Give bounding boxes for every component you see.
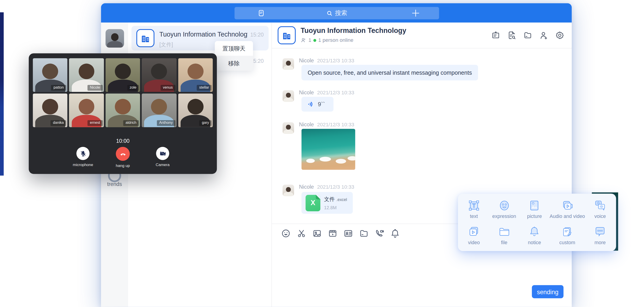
popup-item-more[interactable]: more [585, 222, 615, 249]
add-icon[interactable] [411, 9, 420, 18]
popup-item-video[interactable]: video [459, 222, 489, 249]
camera-off-icon [159, 150, 166, 157]
notification-bell-icon[interactable] [390, 228, 400, 238]
search-placeholder: 搜索 [335, 9, 348, 17]
message-time: 2021/12/3 10:33 [317, 90, 354, 95]
chat-panel: Tuoyun Information Technology 1 1 person… [272, 23, 572, 307]
text-message-bubble[interactable]: Open source, free, and universal instant… [302, 65, 478, 80]
voice-duration: 9`` [318, 101, 325, 108]
popup-item-text[interactable]: text [459, 196, 489, 222]
picture-icon [528, 199, 541, 212]
voice-message-bubble[interactable]: 9`` [302, 97, 334, 112]
search-icon [326, 10, 332, 16]
conversation-last-message: [文件] [160, 41, 173, 48]
video-call-icon[interactable] [374, 228, 384, 238]
hang-up-icon [119, 150, 127, 158]
microphone-mute-button[interactable] [76, 147, 90, 160]
file-message-bubble[interactable]: X 文件 .excel 12.8M [302, 192, 353, 214]
send-file-icon[interactable] [359, 228, 369, 238]
hang-up-label: hang up [116, 163, 130, 168]
call-participant-grid: patton Nicole zole venus stellar danika … [33, 58, 213, 127]
participant-name: stellar [197, 85, 212, 91]
mic-off-icon [80, 150, 87, 157]
announcement-icon[interactable] [491, 31, 500, 40]
participant-name: zole [127, 85, 139, 91]
call-participant-tile: stellar [178, 58, 213, 92]
message-type-popup: text expression picture [458, 194, 616, 251]
call-participant-tile: gary [178, 93, 213, 127]
file-name: 文件 [324, 196, 335, 202]
emoji-icon[interactable] [281, 228, 291, 238]
trends-label[interactable]: trends [101, 181, 128, 187]
add-member-icon[interactable] [539, 31, 548, 40]
voice-icon [594, 199, 606, 212]
custom-icon [561, 226, 574, 238]
popup-item-notice[interactable]: notice [519, 222, 550, 249]
files-icon[interactable] [523, 31, 532, 40]
message-meta: Nicole2021/12/3 10:33 [299, 89, 354, 96]
call-participant-tile: ernest [69, 93, 104, 127]
user-avatar[interactable] [106, 29, 124, 48]
call-participant-tile: Nicole [69, 58, 104, 92]
send-button[interactable]: sending [532, 285, 564, 298]
group-avatar-icon [136, 29, 154, 47]
file-extension: .excel [336, 197, 347, 202]
popup-item-audio-video[interactable]: Audio and video [550, 196, 585, 222]
sender-avatar[interactable] [283, 122, 294, 134]
call-timer: 10:00 [29, 138, 217, 144]
menu-item-remove[interactable]: 移除 [215, 56, 253, 71]
image-message-beach[interactable] [302, 129, 355, 170]
online-dot [313, 39, 316, 42]
sender-avatar[interactable] [283, 185, 294, 196]
participant-name: patton [51, 85, 66, 91]
file-size: 12.8M [324, 205, 347, 210]
microphone-label: microphone [73, 162, 93, 167]
sender-avatar[interactable] [283, 90, 294, 102]
online-status: 1 person online [318, 37, 354, 43]
file-meta: 文件 .excel 12.8M [324, 196, 347, 210]
send-picture-icon[interactable] [312, 228, 322, 238]
contact-card-icon[interactable] [343, 228, 353, 238]
context-menu: 置顶聊天 移除 [215, 41, 253, 71]
page: 搜索 trends [0, 0, 644, 307]
hang-up-button[interactable] [116, 147, 130, 161]
popup-item-file[interactable]: file [489, 222, 519, 249]
call-participant-tile: aldrich [106, 93, 140, 127]
members-icon [301, 37, 306, 43]
search-field[interactable]: 搜索 [234, 7, 439, 19]
expression-icon [498, 199, 510, 212]
call-participant-tile: patton [33, 58, 68, 92]
chat-header: Tuoyun Information Technology 1 1 person… [272, 23, 572, 48]
popup-item-voice[interactable]: voice [585, 196, 615, 222]
more-icon [594, 226, 606, 238]
message-time: 2021/12/3 10:33 [317, 58, 354, 63]
popup-item-custom[interactable]: custom [550, 222, 585, 249]
message-time: 2021/12/3 10:33 [317, 184, 354, 190]
chat-title: Tuoyun Information Technology [301, 27, 406, 35]
chat-status: 1 1 person online [301, 37, 354, 43]
camera-toggle-button[interactable] [156, 147, 169, 160]
call-participant-tile: venus [142, 58, 176, 92]
video-icon [468, 226, 480, 238]
call-participant-tile: zole [106, 58, 140, 92]
send-video-icon[interactable] [328, 228, 338, 238]
sender-avatar[interactable] [283, 58, 294, 70]
popup-item-picture[interactable]: picture [519, 196, 550, 222]
group-avatar-icon [278, 26, 296, 44]
group-call-overlay: patton Nicole zole venus stellar danika … [29, 53, 217, 174]
notice-icon [528, 226, 541, 238]
chat-header-actions [491, 31, 564, 40]
call-participant-tile: danika [33, 93, 68, 127]
menu-item-pin-chat[interactable]: 置顶聊天 [215, 41, 253, 56]
conversation-title: Tuoyun Information Technology [160, 31, 248, 38]
popup-item-expression[interactable]: expression [489, 196, 519, 222]
message-meta: Nicole2021/12/3 10:33 [299, 121, 354, 128]
sender-name: Nicole [299, 121, 314, 128]
chat-history-search-icon[interactable] [507, 31, 516, 40]
settings-gear-icon[interactable] [555, 31, 564, 40]
participant-name: danika [50, 120, 66, 126]
screenshot-scissors-icon[interactable] [296, 228, 306, 238]
search-bar[interactable]: 搜索 [234, 7, 439, 19]
participant-name: venus [160, 85, 175, 91]
participant-name: gary [200, 120, 212, 126]
